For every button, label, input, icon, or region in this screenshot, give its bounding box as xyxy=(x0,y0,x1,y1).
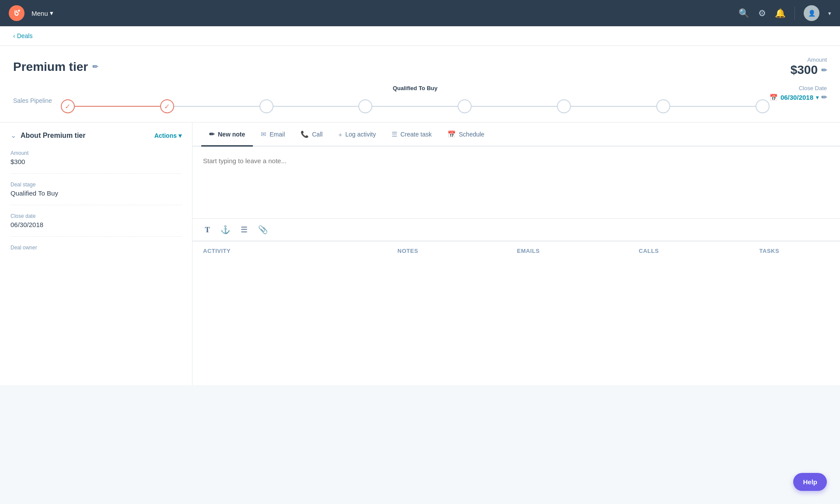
deal-title-section: Premium tier ✏ xyxy=(13,60,98,74)
main-content: ⌄ About Premium tier Actions Amount $300… xyxy=(0,122,840,385)
breadcrumb: ‹ Deals xyxy=(0,26,840,46)
note-toolbar: 𝐓 ⚓ ☰ 📎 xyxy=(192,218,840,241)
close-date-field-group: Close date 06/30/2018 xyxy=(10,213,182,237)
tab-log-activity[interactable]: + Log activity xyxy=(330,123,384,147)
close-date-section: Close Date 📅 06/30/2018 ✏ xyxy=(770,85,827,110)
new-note-tab-label: New note xyxy=(218,131,245,138)
deal-owner-field-group: Deal owner xyxy=(10,245,182,260)
create-task-tab-label: Create task xyxy=(400,131,432,138)
stage-circle-1[interactable]: ✓ xyxy=(61,99,75,113)
breadcrumb-arrow-icon: ‹ xyxy=(13,32,15,39)
tab-schedule[interactable]: 📅 Schedule xyxy=(440,122,492,147)
deals-breadcrumb-link[interactable]: ‹ Deals xyxy=(13,32,827,39)
email-tab-label: Email xyxy=(270,131,285,138)
log-activity-tab-icon: + xyxy=(338,131,342,138)
deal-header: Premium tier ✏ Amount $300 ✏ Sales Pipel… xyxy=(0,46,840,122)
attach-button[interactable]: 📎 xyxy=(256,223,270,236)
actions-button[interactable]: Actions xyxy=(154,132,182,139)
pipeline-row: Sales Pipeline Qualified To Buy ✓ ✓ xyxy=(13,85,827,122)
activity-col-activity: Activity xyxy=(203,248,347,254)
stage-circle-3[interactable] xyxy=(259,99,273,113)
activity-col-notes: Notes xyxy=(347,248,468,254)
stage-line-4 xyxy=(372,106,458,107)
text-format-button[interactable]: 𝐓 xyxy=(203,224,212,236)
stage-line-3 xyxy=(273,106,359,107)
stage-circle-5[interactable] xyxy=(458,99,472,113)
stage-circle-2[interactable]: ✓ xyxy=(160,99,174,113)
search-icon[interactable]: 🔍 xyxy=(738,8,749,18)
right-panel: ✏ New note ✉ Email 📞 Call + Log activity… xyxy=(192,122,840,385)
amount-field-label: Amount xyxy=(10,150,182,156)
schedule-tab-icon: 📅 xyxy=(448,130,456,138)
amount-section: Amount $300 ✏ xyxy=(791,56,827,77)
activity-col-emails: Emails xyxy=(468,248,588,254)
notifications-icon[interactable]: 🔔 xyxy=(775,8,786,18)
tab-email[interactable]: ✉ Email xyxy=(253,122,293,147)
check-icon-1: ✓ xyxy=(65,102,70,111)
stages-track: ✓ ✓ xyxy=(61,95,770,122)
active-stage-label: Qualified To Buy xyxy=(393,85,438,91)
calendar-icon: 📅 xyxy=(770,94,778,102)
stage-circle-8[interactable] xyxy=(756,99,770,113)
close-date-field-label: Close date xyxy=(10,213,182,219)
pipeline-label: Sales Pipeline xyxy=(13,97,52,104)
deal-title-edit-icon[interactable]: ✏ xyxy=(92,63,98,71)
close-date-field-value: 06/30/2018 xyxy=(10,221,182,228)
deal-title-text: Premium tier xyxy=(13,60,88,74)
deal-stage-field-label: Deal stage xyxy=(10,182,182,188)
deal-owner-field-label: Deal owner xyxy=(10,245,182,251)
amount-field-value: $300 xyxy=(10,158,182,165)
check-icon-2: ✓ xyxy=(164,102,170,111)
tab-create-task[interactable]: ☰ Create task xyxy=(384,122,440,147)
create-task-tab-icon: ☰ xyxy=(392,130,397,138)
avatar-chevron-icon[interactable] xyxy=(828,10,831,17)
avatar-icon: 👤 xyxy=(808,10,816,17)
snippet-button[interactable]: ☰ xyxy=(239,223,249,236)
at-mention-button[interactable]: ⚓ xyxy=(219,223,232,236)
stage-circle-4[interactable] xyxy=(358,99,372,113)
nav-left: Menu xyxy=(9,5,53,21)
new-note-tab-icon: ✏ xyxy=(209,130,215,138)
amount-field-group: Amount $300 xyxy=(10,150,182,174)
settings-icon[interactable]: ⚙ xyxy=(758,8,766,18)
stage-line-7 xyxy=(670,106,756,107)
activity-table-header: Activity Notes Emails Calls Tasks xyxy=(192,241,840,260)
panel-collapse-icon[interactable]: ⌄ xyxy=(10,131,16,140)
user-avatar[interactable]: 👤 xyxy=(804,5,819,21)
tab-new-note[interactable]: ✏ New note xyxy=(201,122,253,147)
close-date-chevron-icon[interactable] xyxy=(816,94,819,101)
amount-edit-icon[interactable]: ✏ xyxy=(821,66,827,74)
breadcrumb-label: Deals xyxy=(17,32,33,39)
menu-label: Menu xyxy=(32,10,48,17)
close-date-text[interactable]: 06/30/2018 xyxy=(780,94,813,101)
call-tab-label: Call xyxy=(312,131,322,138)
stage-circle-6[interactable] xyxy=(557,99,571,113)
actions-chevron-icon xyxy=(178,132,182,139)
actions-label: Actions xyxy=(154,132,177,139)
activity-col-calls: Calls xyxy=(588,248,709,254)
schedule-tab-label: Schedule xyxy=(459,131,484,138)
panel-title: About Premium tier xyxy=(21,132,150,140)
svg-point-1 xyxy=(18,10,20,12)
top-navigation: Menu 🔍 ⚙ 🔔 👤 xyxy=(0,0,840,26)
panel-header: ⌄ About Premium tier Actions xyxy=(10,131,182,140)
stage-circle-7[interactable] xyxy=(656,99,670,113)
note-textarea[interactable] xyxy=(203,157,830,210)
nav-right: 🔍 ⚙ 🔔 👤 xyxy=(738,5,831,21)
close-date-value-row: 📅 06/30/2018 ✏ xyxy=(770,93,827,102)
menu-chevron-icon xyxy=(50,9,53,17)
stage-line-6 xyxy=(571,106,656,107)
log-activity-tab-label: Log activity xyxy=(345,131,376,138)
deal-title-row: Premium tier ✏ Amount $300 ✏ xyxy=(13,56,827,77)
deal-stage-field-value: Qualified To Buy xyxy=(10,189,182,197)
nav-divider xyxy=(794,7,795,20)
stage-line-2 xyxy=(174,106,259,107)
menu-button[interactable]: Menu xyxy=(32,9,53,17)
stage-line-1 xyxy=(75,106,160,107)
left-panel: ⌄ About Premium tier Actions Amount $300… xyxy=(0,122,192,385)
hubspot-logo-icon[interactable] xyxy=(9,5,24,21)
deal-stage-field-group: Deal stage Qualified To Buy xyxy=(10,182,182,205)
tab-call[interactable]: 📞 Call xyxy=(293,122,330,147)
close-date-edit-icon[interactable]: ✏ xyxy=(821,93,827,102)
amount-label: Amount xyxy=(791,56,827,63)
